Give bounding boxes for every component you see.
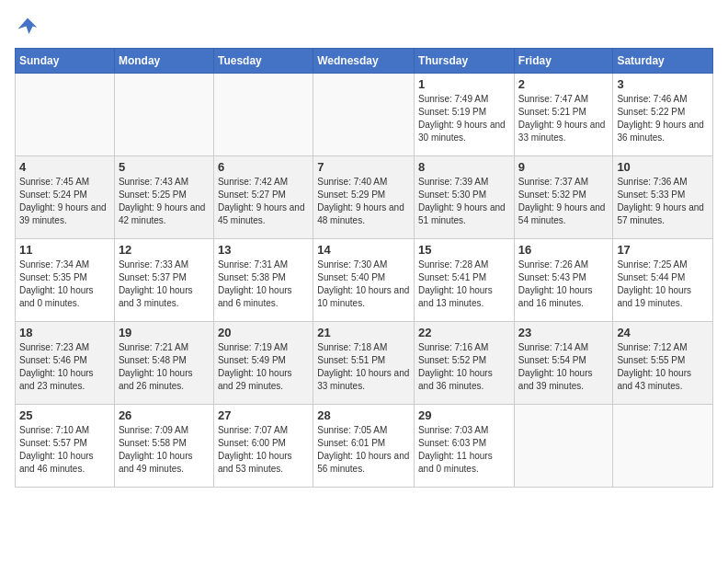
weekday-header: Tuesday (213, 49, 313, 74)
logo-icon (15, 15, 40, 40)
day-number: 24 (617, 326, 709, 339)
day-info: Sunrise: 7:14 AM Sunset: 5:54 PM Dayligh… (518, 341, 609, 393)
day-number: 10 (617, 160, 709, 174)
day-info: Sunrise: 7:34 AM Sunset: 5:35 PM Dayligh… (19, 259, 110, 310)
day-info: Sunrise: 7:12 AM Sunset: 5:55 PM Dayligh… (617, 341, 709, 393)
day-number: 27 (218, 408, 309, 422)
calendar-cell: 15Sunrise: 7:28 AM Sunset: 5:41 PM Dayli… (415, 239, 515, 322)
day-number: 8 (418, 160, 510, 174)
calendar-cell: 12Sunrise: 7:33 AM Sunset: 5:37 PM Dayli… (114, 239, 213, 322)
day-number: 28 (317, 408, 410, 422)
day-number: 18 (19, 326, 110, 339)
calendar-cell: 27Sunrise: 7:07 AM Sunset: 6:00 PM Dayli… (213, 405, 313, 488)
day-number: 6 (218, 160, 309, 174)
day-number: 4 (19, 160, 110, 174)
day-number: 25 (19, 408, 110, 422)
day-info: Sunrise: 7:26 AM Sunset: 5:43 PM Dayligh… (518, 259, 609, 310)
day-info: Sunrise: 7:03 AM Sunset: 6:03 PM Dayligh… (418, 424, 510, 476)
day-number: 11 (19, 243, 110, 257)
calendar-cell: 29Sunrise: 7:03 AM Sunset: 6:03 PM Dayli… (415, 405, 515, 488)
calendar-cell: 13Sunrise: 7:31 AM Sunset: 5:38 PM Dayli… (213, 239, 313, 322)
logo (15, 15, 44, 40)
calendar-body: 1Sunrise: 7:49 AM Sunset: 5:19 PM Daylig… (16, 74, 713, 488)
calendar-cell: 17Sunrise: 7:25 AM Sunset: 5:44 PM Dayli… (613, 239, 713, 322)
weekday-header: Thursday (415, 49, 515, 74)
calendar-cell: 8Sunrise: 7:39 AM Sunset: 5:30 PM Daylig… (415, 156, 515, 239)
weekday-header: Friday (514, 49, 613, 74)
day-number: 2 (518, 77, 609, 91)
day-info: Sunrise: 7:49 AM Sunset: 5:19 PM Dayligh… (418, 93, 510, 144)
calendar-cell: 3Sunrise: 7:46 AM Sunset: 5:22 PM Daylig… (613, 74, 713, 156)
day-number: 1 (418, 77, 510, 91)
calendar-header: SundayMondayTuesdayWednesdayThursdayFrid… (16, 49, 713, 74)
calendar-cell (114, 74, 213, 156)
calendar-cell: 14Sunrise: 7:30 AM Sunset: 5:40 PM Dayli… (313, 239, 415, 322)
day-number: 29 (418, 408, 510, 422)
day-number: 15 (418, 243, 510, 257)
svg-marker-0 (18, 18, 38, 35)
calendar-cell: 6Sunrise: 7:42 AM Sunset: 5:27 PM Daylig… (213, 156, 313, 239)
calendar-cell: 10Sunrise: 7:36 AM Sunset: 5:33 PM Dayli… (613, 156, 713, 239)
day-number: 7 (317, 160, 410, 174)
calendar-cell: 9Sunrise: 7:37 AM Sunset: 5:32 PM Daylig… (514, 156, 613, 239)
calendar-cell: 21Sunrise: 7:18 AM Sunset: 5:51 PM Dayli… (313, 322, 415, 405)
day-number: 20 (218, 326, 309, 339)
calendar-cell: 22Sunrise: 7:16 AM Sunset: 5:52 PM Dayli… (415, 322, 515, 405)
day-info: Sunrise: 7:46 AM Sunset: 5:22 PM Dayligh… (617, 93, 709, 144)
calendar-cell (16, 74, 115, 156)
calendar-cell: 4Sunrise: 7:45 AM Sunset: 5:24 PM Daylig… (16, 156, 115, 239)
calendar-cell: 19Sunrise: 7:21 AM Sunset: 5:48 PM Dayli… (114, 322, 213, 405)
calendar-cell: 5Sunrise: 7:43 AM Sunset: 5:25 PM Daylig… (114, 156, 213, 239)
calendar-table: SundayMondayTuesdayWednesdayThursdayFrid… (15, 48, 713, 488)
calendar-cell: 26Sunrise: 7:09 AM Sunset: 5:58 PM Dayli… (114, 405, 213, 488)
day-info: Sunrise: 7:23 AM Sunset: 5:46 PM Dayligh… (19, 341, 110, 393)
day-number: 13 (218, 243, 309, 257)
day-info: Sunrise: 7:37 AM Sunset: 5:32 PM Dayligh… (518, 176, 609, 227)
day-info: Sunrise: 7:47 AM Sunset: 5:21 PM Dayligh… (518, 93, 609, 144)
day-info: Sunrise: 7:09 AM Sunset: 5:58 PM Dayligh… (119, 424, 210, 476)
day-number: 14 (317, 243, 410, 257)
day-number: 3 (617, 77, 709, 91)
day-number: 16 (518, 243, 609, 257)
calendar-cell (313, 74, 415, 156)
day-number: 21 (317, 326, 410, 339)
day-info: Sunrise: 7:25 AM Sunset: 5:44 PM Dayligh… (617, 259, 709, 310)
day-info: Sunrise: 7:33 AM Sunset: 5:37 PM Dayligh… (119, 259, 210, 310)
day-number: 26 (119, 408, 210, 422)
day-info: Sunrise: 7:28 AM Sunset: 5:41 PM Dayligh… (418, 259, 510, 310)
day-number: 23 (518, 326, 609, 339)
day-number: 9 (518, 160, 609, 174)
calendar-cell: 24Sunrise: 7:12 AM Sunset: 5:55 PM Dayli… (613, 322, 713, 405)
calendar-cell: 23Sunrise: 7:14 AM Sunset: 5:54 PM Dayli… (514, 322, 613, 405)
day-info: Sunrise: 7:05 AM Sunset: 6:01 PM Dayligh… (317, 424, 410, 476)
calendar-cell: 25Sunrise: 7:10 AM Sunset: 5:57 PM Dayli… (16, 405, 115, 488)
day-info: Sunrise: 7:19 AM Sunset: 5:49 PM Dayligh… (218, 341, 309, 393)
day-info: Sunrise: 7:45 AM Sunset: 5:24 PM Dayligh… (19, 176, 110, 227)
calendar-cell (213, 74, 313, 156)
weekday-header: Saturday (613, 49, 713, 74)
day-info: Sunrise: 7:42 AM Sunset: 5:27 PM Dayligh… (218, 176, 309, 227)
day-info: Sunrise: 7:39 AM Sunset: 5:30 PM Dayligh… (418, 176, 510, 227)
day-number: 12 (119, 243, 210, 257)
day-info: Sunrise: 7:36 AM Sunset: 5:33 PM Dayligh… (617, 176, 709, 227)
day-info: Sunrise: 7:40 AM Sunset: 5:29 PM Dayligh… (317, 176, 410, 227)
calendar-cell: 11Sunrise: 7:34 AM Sunset: 5:35 PM Dayli… (16, 239, 115, 322)
day-info: Sunrise: 7:16 AM Sunset: 5:52 PM Dayligh… (418, 341, 510, 393)
day-info: Sunrise: 7:07 AM Sunset: 6:00 PM Dayligh… (218, 424, 309, 476)
weekday-header: Monday (114, 49, 213, 74)
calendar-cell: 16Sunrise: 7:26 AM Sunset: 5:43 PM Dayli… (514, 239, 613, 322)
day-info: Sunrise: 7:31 AM Sunset: 5:38 PM Dayligh… (218, 259, 309, 310)
calendar-cell: 20Sunrise: 7:19 AM Sunset: 5:49 PM Dayli… (213, 322, 313, 405)
day-info: Sunrise: 7:10 AM Sunset: 5:57 PM Dayligh… (19, 424, 110, 476)
calendar-cell (514, 405, 613, 488)
weekday-header: Wednesday (313, 49, 415, 74)
day-info: Sunrise: 7:43 AM Sunset: 5:25 PM Dayligh… (119, 176, 210, 227)
weekday-header: Sunday (16, 49, 115, 74)
calendar-cell: 28Sunrise: 7:05 AM Sunset: 6:01 PM Dayli… (313, 405, 415, 488)
day-number: 5 (119, 160, 210, 174)
calendar-cell: 7Sunrise: 7:40 AM Sunset: 5:29 PM Daylig… (313, 156, 415, 239)
calendar-cell: 2Sunrise: 7:47 AM Sunset: 5:21 PM Daylig… (514, 74, 613, 156)
calendar-cell (613, 405, 713, 488)
day-info: Sunrise: 7:21 AM Sunset: 5:48 PM Dayligh… (119, 341, 210, 393)
day-number: 22 (418, 326, 510, 339)
